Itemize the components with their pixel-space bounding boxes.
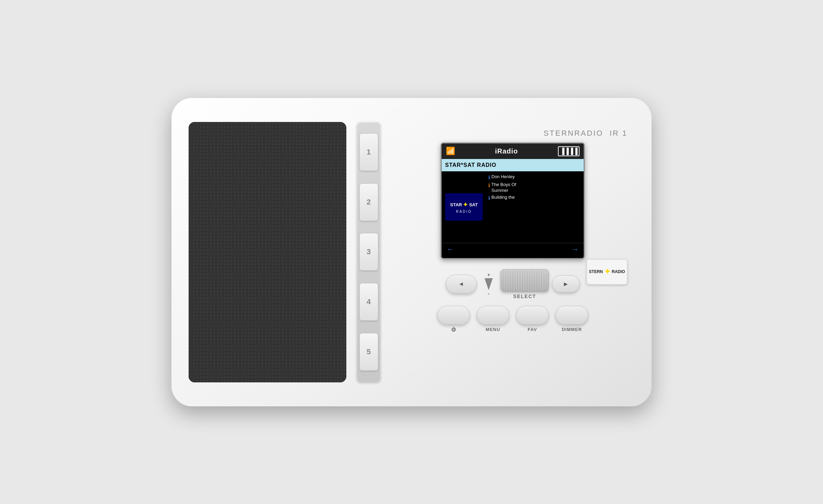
menu-button[interactable] xyxy=(477,306,509,325)
right-panel: STERNRADIO IR 1 📶 iRadio ▐▐▐▐ STAR*SAT R… xyxy=(391,122,634,382)
music-note-icon-3: ℹ xyxy=(488,195,490,201)
music-note-icon-2: ℹ xyxy=(488,182,490,188)
menu-button-group: MENU xyxy=(477,306,509,332)
nav-right-button[interactable]: ► xyxy=(552,275,580,293)
select-label: SELECT xyxy=(513,294,536,299)
track-item-3: ℹ Building the xyxy=(488,195,582,201)
station-logo-area: STAR ✦ SAT RADIO xyxy=(442,171,486,243)
volume-minus-label: - xyxy=(488,291,490,296)
power-label: ⏻ xyxy=(451,327,456,332)
preset-button-4[interactable]: 4 xyxy=(359,283,378,321)
speaker-grille xyxy=(189,122,346,382)
preset-button-2[interactable]: 2 xyxy=(359,183,378,221)
top-controls-row: ◄ + - SELECT ► xyxy=(391,269,634,299)
battery-icon: ▐▐▐▐ xyxy=(558,146,580,156)
display-mode-label: iRadio xyxy=(495,147,518,155)
preset-button-1[interactable]: 1 xyxy=(359,133,378,171)
power-button[interactable] xyxy=(437,306,470,325)
station-name-bar: STAR*SAT RADIO xyxy=(442,159,584,171)
badge-stern-text: STERN xyxy=(589,269,603,274)
model-name: STERNRADIO IR 1 xyxy=(544,129,628,138)
badge-star-icon: ✦ xyxy=(604,268,610,275)
volume-triangle xyxy=(485,278,493,290)
volume-indicator: + - xyxy=(480,272,497,296)
select-knob[interactable] xyxy=(501,269,549,292)
track-item-1: ℹ Don Henley xyxy=(488,174,582,181)
station-logo: STAR ✦ SAT RADIO xyxy=(445,193,483,221)
wifi-icon: 📶 xyxy=(446,147,455,156)
dimmer-button-group: DIMMER xyxy=(556,306,588,332)
display-arrow-right: → xyxy=(572,245,579,253)
station-name: STAR*SAT RADIO xyxy=(445,162,496,168)
stern-radio-badge: STERN ✦ RADIO xyxy=(586,259,628,285)
preset-strip: 1 2 3 4 5 xyxy=(357,122,381,382)
radio-device: 1 2 3 4 5 STERNRADIO IR 1 📶 iRadio ▐▐▐▐ … xyxy=(171,98,652,406)
badge-radio-text: RADIO xyxy=(612,269,625,274)
display-screen: 📶 iRadio ▐▐▐▐ STAR*SAT RADIO STAR ✦ SAT xyxy=(441,143,585,259)
track-item-2: ℹ The Boys OfSummer xyxy=(488,182,582,194)
display-content: STAR ✦ SAT RADIO ℹ Don Henley ℹ xyxy=(442,171,584,243)
controls-area: ◄ + - SELECT ► xyxy=(391,269,634,332)
menu-label: MENU xyxy=(486,327,500,332)
fav-button-group: FAV xyxy=(516,306,549,332)
dimmer-button[interactable] xyxy=(556,306,588,325)
music-note-icon-1: ℹ xyxy=(488,174,490,181)
preset-button-5[interactable]: 5 xyxy=(359,333,378,371)
nav-left-button[interactable]: ◄ xyxy=(446,275,477,294)
display-header: 📶 iRadio ▐▐▐▐ xyxy=(442,144,584,159)
display-arrow-left: ← xyxy=(447,245,454,253)
preset-button-3[interactable]: 3 xyxy=(359,233,378,271)
fav-label: FAV xyxy=(528,327,537,332)
volume-plus-label: + xyxy=(487,272,490,278)
fav-button[interactable] xyxy=(516,306,549,325)
select-knob-container: SELECT xyxy=(501,269,549,299)
track-list: ℹ Don Henley ℹ The Boys OfSummer ℹ Build… xyxy=(486,171,584,243)
power-button-group: ⏻ xyxy=(437,306,470,332)
dimmer-label: DIMMER xyxy=(562,327,582,332)
display-footer: ← → xyxy=(442,243,584,255)
bottom-controls-row: ⏻ MENU FAV DIMMER xyxy=(391,306,634,332)
